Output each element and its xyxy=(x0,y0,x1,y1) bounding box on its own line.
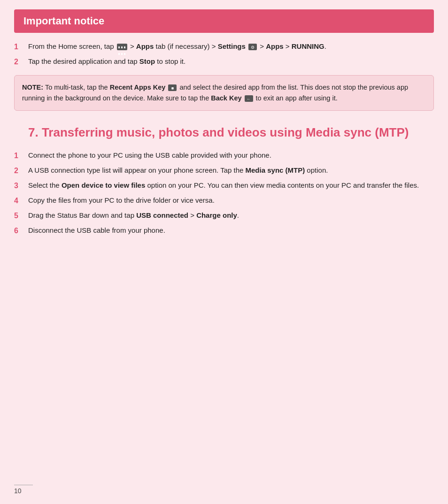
step-2: 2 Tap the desired application and tap St… xyxy=(14,56,434,68)
section7-step-4: 4 Copy the files from your PC to the dri… xyxy=(14,195,434,206)
section7-step-5-text: Drag the Status Bar down and tap USB con… xyxy=(28,210,434,221)
section7-step-6-text: Disconnect the USB cable from your phone… xyxy=(28,225,434,236)
step-2-number: 2 xyxy=(14,56,25,68)
section7-step-6: 6 Disconnect the USB cable from your pho… xyxy=(14,225,434,237)
apps-grid-icon: ∎∎∎∎∎∎ xyxy=(117,44,127,50)
section7-step-3-number: 3 xyxy=(14,180,25,191)
note-label: NOTE: xyxy=(22,84,43,91)
section7-step-3: 3 Select the Open device to view files o… xyxy=(14,180,434,191)
section7-step-1-number: 1 xyxy=(14,150,25,161)
step-2-text: Tap the desired application and tap Stop… xyxy=(28,56,434,67)
section7-step-6-number: 6 xyxy=(14,225,25,237)
section7-step-2-text: A USB connection type list will appear o… xyxy=(28,165,434,176)
section7-step-1-text: Connect the phone to your PC using the U… xyxy=(28,150,434,161)
section7-step-3-text: Select the Open device to view files opt… xyxy=(28,180,434,191)
step-1-text: From the Home screen, tap ∎∎∎∎∎∎ > Apps … xyxy=(28,41,434,52)
important-notice-header: Important notice xyxy=(14,9,434,33)
important-notice-steps: 1 From the Home screen, tap ∎∎∎∎∎∎ > App… xyxy=(14,41,434,68)
section7-step-2-number: 2 xyxy=(14,165,25,176)
section7-step-4-text: Copy the files from your PC to the drive… xyxy=(28,195,434,206)
section-7-title: 7. Transferring music, photos and videos… xyxy=(28,125,434,141)
section7-step-4-number: 4 xyxy=(14,195,25,206)
page-number: 10 xyxy=(14,485,33,495)
step-1-number: 1 xyxy=(14,41,25,53)
settings-gear-icon: ⚙ xyxy=(248,44,257,50)
step-1: 1 From the Home screen, tap ∎∎∎∎∎∎ > App… xyxy=(14,41,434,53)
back-key-icon: ← xyxy=(245,95,253,102)
section7-step-1: 1 Connect the phone to your PC using the… xyxy=(14,150,434,161)
note-box: NOTE: To multi-task, tap the Recent Apps… xyxy=(14,75,434,111)
recent-apps-icon: ■ xyxy=(168,84,177,91)
note-text: To multi-task, tap the Recent Apps Key ■… xyxy=(22,84,408,102)
section7-step-5-number: 5 xyxy=(14,210,25,221)
section7-step-5: 5 Drag the Status Bar down and tap USB c… xyxy=(14,210,434,221)
section-7-steps: 1 Connect the phone to your PC using the… xyxy=(14,150,434,237)
section7-step-2: 2 A USB connection type list will appear… xyxy=(14,165,434,176)
